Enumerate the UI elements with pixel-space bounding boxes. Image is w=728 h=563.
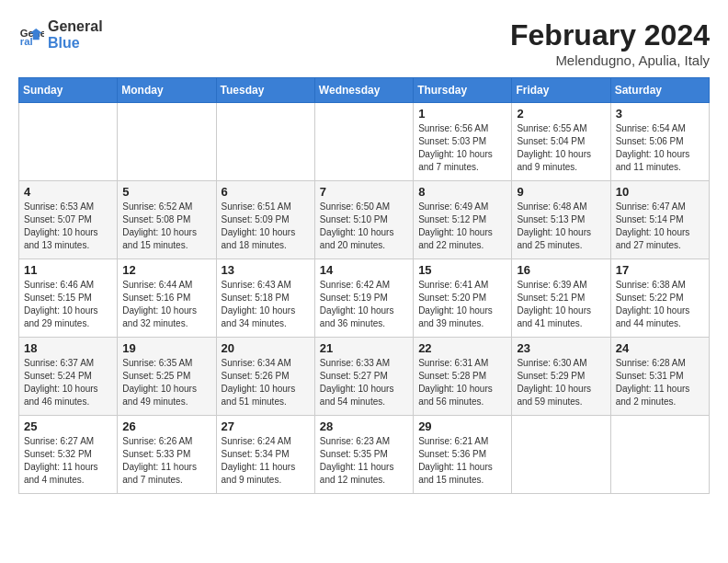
day-number: 14 — [320, 263, 408, 277]
calendar-cell: 20Sunrise: 6:34 AM Sunset: 5:26 PM Dayli… — [216, 338, 314, 416]
day-number: 26 — [122, 419, 210, 433]
logo-text-line1: General — [48, 18, 103, 35]
day-info: Sunrise: 6:56 AM Sunset: 5:03 PM Dayligh… — [418, 122, 506, 174]
day-number: 6 — [222, 185, 310, 199]
day-info: Sunrise: 6:43 AM Sunset: 5:18 PM Dayligh… — [222, 279, 310, 330]
calendar-cell: 21Sunrise: 6:33 AM Sunset: 5:27 PM Dayli… — [314, 338, 413, 416]
weekday-header: Tuesday — [216, 78, 314, 103]
day-number: 22 — [418, 341, 506, 355]
day-number: 12 — [122, 263, 210, 277]
calendar-cell: 14Sunrise: 6:42 AM Sunset: 5:19 PM Dayli… — [314, 259, 413, 338]
calendar-week-row: 4Sunrise: 6:53 AM Sunset: 5:07 PM Daylig… — [19, 181, 710, 259]
day-info: Sunrise: 6:54 AM Sunset: 5:06 PM Dayligh… — [616, 122, 704, 174]
calendar-week-row: 11Sunrise: 6:46 AM Sunset: 5:15 PM Dayli… — [19, 259, 710, 338]
calendar-cell: 9Sunrise: 6:48 AM Sunset: 5:13 PM Daylig… — [512, 181, 610, 259]
day-info: Sunrise: 6:21 AM Sunset: 5:36 PM Dayligh… — [418, 435, 506, 487]
calendar-cell: 24Sunrise: 6:28 AM Sunset: 5:31 PM Dayli… — [610, 338, 709, 416]
calendar-cell: 23Sunrise: 6:30 AM Sunset: 5:29 PM Dayli… — [512, 338, 610, 416]
day-number: 8 — [418, 185, 506, 199]
page-header: Gene ral General Blue February 2024 Mele… — [18, 18, 710, 68]
day-number: 19 — [122, 341, 210, 355]
calendar-cell — [314, 103, 413, 181]
calendar-cell: 18Sunrise: 6:37 AM Sunset: 5:24 PM Dayli… — [19, 338, 118, 416]
day-info: Sunrise: 6:34 AM Sunset: 5:26 PM Dayligh… — [222, 357, 310, 408]
calendar-cell: 5Sunrise: 6:52 AM Sunset: 5:08 PM Daylig… — [118, 181, 216, 259]
day-info: Sunrise: 6:41 AM Sunset: 5:20 PM Dayligh… — [418, 279, 506, 330]
calendar-cell: 27Sunrise: 6:24 AM Sunset: 5:34 PM Dayli… — [216, 416, 314, 494]
day-info: Sunrise: 6:53 AM Sunset: 5:07 PM Dayligh… — [24, 201, 112, 252]
calendar-cell — [19, 103, 118, 181]
calendar-cell: 11Sunrise: 6:46 AM Sunset: 5:15 PM Dayli… — [19, 259, 118, 338]
svg-text:ral: ral — [20, 36, 33, 47]
day-info: Sunrise: 6:28 AM Sunset: 5:31 PM Dayligh… — [616, 357, 704, 408]
day-number: 25 — [24, 419, 112, 433]
day-number: 17 — [616, 263, 704, 277]
calendar-cell: 4Sunrise: 6:53 AM Sunset: 5:07 PM Daylig… — [19, 181, 118, 259]
day-number: 1 — [418, 107, 506, 121]
calendar-cell — [610, 416, 709, 494]
day-info: Sunrise: 6:44 AM Sunset: 5:16 PM Dayligh… — [122, 279, 210, 330]
calendar-cell: 29Sunrise: 6:21 AM Sunset: 5:36 PM Dayli… — [414, 416, 512, 494]
day-info: Sunrise: 6:39 AM Sunset: 5:21 PM Dayligh… — [517, 279, 605, 330]
day-number: 7 — [320, 185, 408, 199]
day-info: Sunrise: 6:33 AM Sunset: 5:27 PM Dayligh… — [320, 357, 408, 408]
day-info: Sunrise: 6:26 AM Sunset: 5:33 PM Dayligh… — [122, 435, 210, 487]
day-info: Sunrise: 6:35 AM Sunset: 5:25 PM Dayligh… — [122, 357, 210, 408]
calendar-cell: 17Sunrise: 6:38 AM Sunset: 5:22 PM Dayli… — [610, 259, 709, 338]
day-info: Sunrise: 6:47 AM Sunset: 5:14 PM Dayligh… — [616, 201, 704, 252]
calendar-cell: 13Sunrise: 6:43 AM Sunset: 5:18 PM Dayli… — [216, 259, 314, 338]
day-number: 5 — [122, 185, 210, 199]
day-number: 16 — [517, 263, 605, 277]
calendar-cell: 12Sunrise: 6:44 AM Sunset: 5:16 PM Dayli… — [118, 259, 216, 338]
day-info: Sunrise: 6:37 AM Sunset: 5:24 PM Dayligh… — [24, 357, 112, 408]
calendar-cell: 8Sunrise: 6:49 AM Sunset: 5:12 PM Daylig… — [414, 181, 512, 259]
day-info: Sunrise: 6:31 AM Sunset: 5:28 PM Dayligh… — [418, 357, 506, 408]
day-number: 24 — [616, 341, 704, 355]
day-number: 10 — [616, 185, 704, 199]
title-section: February 2024 Melendugno, Apulia, Italy — [510, 18, 710, 68]
day-info: Sunrise: 6:27 AM Sunset: 5:32 PM Dayligh… — [24, 435, 112, 487]
calendar-cell: 22Sunrise: 6:31 AM Sunset: 5:28 PM Dayli… — [414, 338, 512, 416]
day-info: Sunrise: 6:38 AM Sunset: 5:22 PM Dayligh… — [616, 279, 704, 330]
day-info: Sunrise: 6:42 AM Sunset: 5:19 PM Dayligh… — [320, 279, 408, 330]
calendar-cell: 16Sunrise: 6:39 AM Sunset: 5:21 PM Dayli… — [512, 259, 610, 338]
logo-text-line2: Blue — [48, 35, 103, 52]
day-info: Sunrise: 6:55 AM Sunset: 5:04 PM Dayligh… — [517, 122, 605, 174]
calendar-cell: 26Sunrise: 6:26 AM Sunset: 5:33 PM Dayli… — [118, 416, 216, 494]
day-info: Sunrise: 6:48 AM Sunset: 5:13 PM Dayligh… — [517, 201, 605, 252]
day-number: 20 — [222, 341, 310, 355]
day-number: 18 — [24, 341, 112, 355]
day-number: 13 — [222, 263, 310, 277]
calendar-week-row: 18Sunrise: 6:37 AM Sunset: 5:24 PM Dayli… — [19, 338, 710, 416]
calendar-cell: 7Sunrise: 6:50 AM Sunset: 5:10 PM Daylig… — [314, 181, 413, 259]
logo-icon: Gene ral — [18, 22, 44, 48]
calendar-cell: 28Sunrise: 6:23 AM Sunset: 5:35 PM Dayli… — [314, 416, 413, 494]
calendar-cell: 2Sunrise: 6:55 AM Sunset: 5:04 PM Daylig… — [512, 103, 610, 181]
day-number: 15 — [418, 263, 506, 277]
day-number: 29 — [418, 419, 506, 433]
calendar-cell: 1Sunrise: 6:56 AM Sunset: 5:03 PM Daylig… — [414, 103, 512, 181]
calendar-cell — [216, 103, 314, 181]
day-number: 9 — [517, 185, 605, 199]
day-number: 11 — [24, 263, 112, 277]
weekday-header-row: SundayMondayTuesdayWednesdayThursdayFrid… — [19, 78, 710, 103]
weekday-header: Wednesday — [314, 78, 413, 103]
calendar-week-row: 1Sunrise: 6:56 AM Sunset: 5:03 PM Daylig… — [19, 103, 710, 181]
calendar-cell: 15Sunrise: 6:41 AM Sunset: 5:20 PM Dayli… — [414, 259, 512, 338]
weekday-header: Friday — [512, 78, 610, 103]
day-info: Sunrise: 6:23 AM Sunset: 5:35 PM Dayligh… — [320, 435, 408, 487]
logo: Gene ral General Blue — [18, 18, 103, 51]
day-info: Sunrise: 6:52 AM Sunset: 5:08 PM Dayligh… — [122, 201, 210, 252]
weekday-header: Sunday — [19, 78, 118, 103]
calendar-cell — [118, 103, 216, 181]
calendar-cell — [512, 416, 610, 494]
day-number: 27 — [222, 419, 310, 433]
calendar-cell: 19Sunrise: 6:35 AM Sunset: 5:25 PM Dayli… — [118, 338, 216, 416]
weekday-header: Saturday — [610, 78, 709, 103]
calendar-week-row: 25Sunrise: 6:27 AM Sunset: 5:32 PM Dayli… — [19, 416, 710, 494]
day-number: 23 — [517, 341, 605, 355]
day-number: 28 — [320, 419, 408, 433]
calendar-cell: 3Sunrise: 6:54 AM Sunset: 5:06 PM Daylig… — [610, 103, 709, 181]
calendar-table: SundayMondayTuesdayWednesdayThursdayFrid… — [18, 77, 710, 494]
day-number: 21 — [320, 341, 408, 355]
